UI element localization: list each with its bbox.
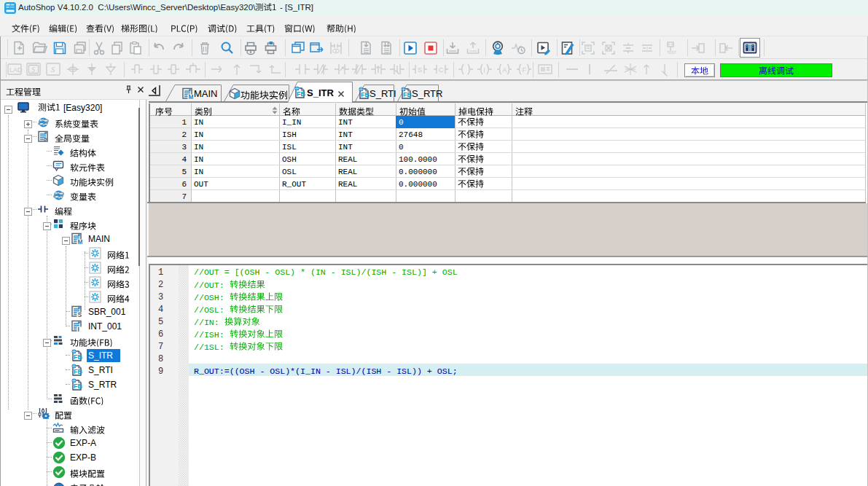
svg-text:S: S <box>78 311 82 318</box>
svg-text:M: M <box>78 238 83 245</box>
svg-text:FB: FB <box>74 383 82 390</box>
svg-text:LAD: LAD <box>9 66 23 74</box>
svg-text:FB: FB <box>361 91 370 98</box>
svg-text:S: S <box>418 66 422 74</box>
svg-text:I: I <box>78 326 79 332</box>
svg-text:M: M <box>189 93 194 100</box>
svg-text:FB: FB <box>74 368 82 375</box>
svg-text:FB: FB <box>74 353 82 361</box>
svg-text:F: F <box>523 66 526 74</box>
svg-text:C: C <box>439 66 444 74</box>
svg-text:A: A <box>503 66 507 74</box>
svg-text:FB: FB <box>403 91 412 98</box>
svg-text:S: S <box>51 66 55 74</box>
svg-text:S: S <box>31 66 35 74</box>
svg-text:TEST: TEST <box>667 50 676 55</box>
svg-text:FB: FB <box>297 90 305 98</box>
svg-text:|: | <box>484 66 485 73</box>
